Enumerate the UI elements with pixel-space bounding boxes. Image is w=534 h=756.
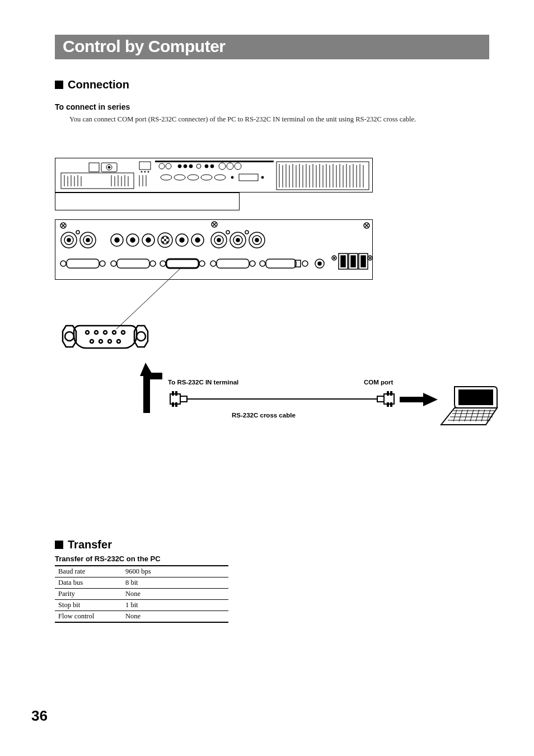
svg-point-111 <box>245 231 249 234</box>
bullet-square-icon <box>55 541 63 549</box>
svg-point-95 <box>162 237 163 238</box>
device-front-panel <box>55 158 373 192</box>
svg-point-145 <box>86 331 89 334</box>
svg-marker-154 <box>140 363 153 376</box>
db9-connector-closeup <box>55 319 156 354</box>
paragraph-connection: You can connect COM port (RS-232C connec… <box>55 115 489 124</box>
plug-left-icon <box>169 389 205 408</box>
svg-rect-169 <box>387 403 388 406</box>
svg-rect-159 <box>176 392 177 395</box>
cell-value: 8 bit <box>122 577 228 588</box>
table-row: ParityNone <box>55 588 228 599</box>
page-title: Control by Computer <box>63 37 481 56</box>
cable-line <box>204 397 360 401</box>
svg-point-110 <box>236 238 240 242</box>
plug-right-icon <box>359 389 395 408</box>
svg-point-150 <box>90 340 93 343</box>
svg-point-35 <box>235 163 241 170</box>
svg-point-34 <box>227 163 233 170</box>
table-row: Stop bit1 bit <box>55 599 228 611</box>
svg-point-39 <box>201 175 212 180</box>
svg-rect-166 <box>391 392 392 395</box>
cell-value: 9600 bps <box>122 566 228 577</box>
svg-point-26 <box>166 163 171 169</box>
section-transfer-text: Transfer <box>68 538 112 551</box>
svg-marker-171 <box>423 393 438 406</box>
svg-point-30 <box>196 164 201 168</box>
svg-point-27 <box>178 165 181 168</box>
svg-point-152 <box>108 340 111 343</box>
svg-point-20 <box>148 171 149 172</box>
svg-point-101 <box>180 238 184 242</box>
label-cable: RS-232C cross cable <box>232 412 296 419</box>
arrow-to-terminal <box>140 359 174 415</box>
svg-rect-13 <box>89 163 99 172</box>
cell-key: Flow control <box>55 611 122 622</box>
svg-point-92 <box>146 238 151 242</box>
svg-point-151 <box>99 340 102 343</box>
transfer-spec-table: Baud rate9600 bps Data bus8 bit ParityNo… <box>55 565 228 623</box>
svg-point-97 <box>162 242 163 243</box>
subheading-connect-series: To connect in series <box>55 102 489 111</box>
svg-rect-160 <box>172 403 174 406</box>
svg-point-98 <box>167 242 168 243</box>
svg-point-147 <box>104 331 107 334</box>
svg-point-19 <box>144 171 146 172</box>
svg-rect-134 <box>351 256 355 267</box>
svg-point-31 <box>205 165 208 168</box>
section-transfer-heading: Transfer <box>55 538 489 551</box>
svg-rect-0 <box>61 173 134 189</box>
svg-point-88 <box>115 238 119 242</box>
svg-point-106 <box>217 238 221 242</box>
svg-point-32 <box>210 165 214 168</box>
svg-point-86 <box>86 238 90 242</box>
svg-point-148 <box>113 331 116 334</box>
connection-diagram: To RS-232C IN terminal COM port RS-232C … <box>55 158 489 471</box>
svg-point-25 <box>159 163 165 169</box>
svg-point-114 <box>255 238 259 242</box>
svg-rect-164 <box>377 396 384 402</box>
svg-point-153 <box>117 340 120 343</box>
label-to-rs232c-in: To RS-232C IN terminal <box>168 379 238 386</box>
svg-point-125 <box>302 261 308 266</box>
svg-point-149 <box>121 331 125 334</box>
svg-rect-168 <box>391 403 392 406</box>
svg-rect-170 <box>400 397 423 402</box>
svg-point-99 <box>165 240 166 241</box>
svg-point-83 <box>76 231 79 234</box>
svg-point-43 <box>261 176 264 179</box>
arrow-to-laptop <box>400 393 438 406</box>
svg-rect-161 <box>176 403 177 406</box>
svg-rect-132 <box>341 256 345 267</box>
svg-point-122 <box>250 261 255 266</box>
svg-rect-158 <box>172 392 174 395</box>
svg-point-142 <box>65 332 74 341</box>
svg-point-40 <box>214 175 226 180</box>
svg-point-28 <box>184 165 187 168</box>
svg-point-41 <box>231 176 233 179</box>
page-number: 36 <box>31 707 48 725</box>
panel-connector-bar <box>55 192 240 210</box>
svg-rect-24 <box>155 161 274 162</box>
svg-point-33 <box>219 163 226 170</box>
table-caption: Transfer of RS-232C on the PC <box>55 555 489 563</box>
laptop-icon <box>438 384 499 429</box>
svg-point-16 <box>108 166 110 168</box>
svg-point-96 <box>167 237 168 238</box>
svg-point-38 <box>188 175 199 180</box>
svg-rect-156 <box>180 396 187 402</box>
svg-rect-42 <box>239 174 258 181</box>
svg-point-144 <box>137 332 146 341</box>
svg-point-103 <box>195 238 200 242</box>
svg-rect-17 <box>139 162 151 170</box>
svg-rect-136 <box>361 256 366 267</box>
svg-point-90 <box>130 238 135 242</box>
table-row: Flow controlNone <box>55 611 228 622</box>
table-row: Data bus8 bit <box>55 577 228 588</box>
svg-point-36 <box>161 175 172 180</box>
svg-point-29 <box>189 165 193 168</box>
cell-value: 1 bit <box>122 599 228 611</box>
svg-point-123 <box>260 261 265 266</box>
table-row: Baud rate9600 bps <box>55 566 228 577</box>
cell-value: None <box>122 588 228 599</box>
